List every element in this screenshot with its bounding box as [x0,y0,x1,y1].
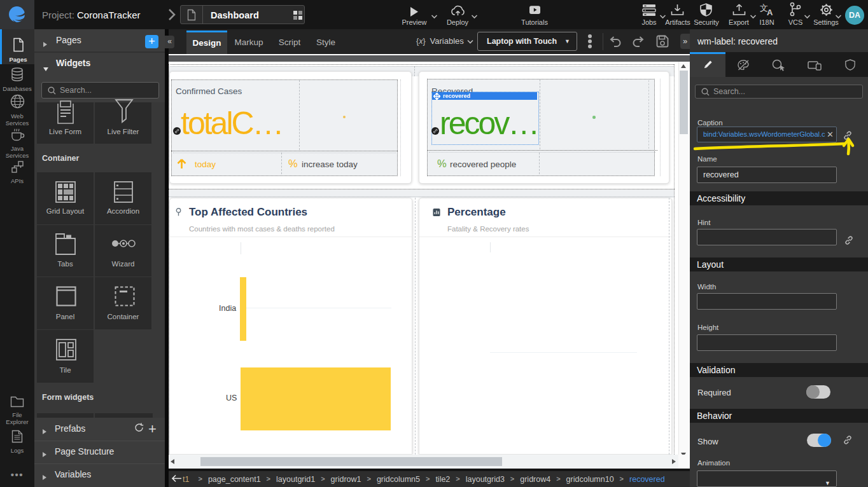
svg-text:A: A [767,8,773,17]
